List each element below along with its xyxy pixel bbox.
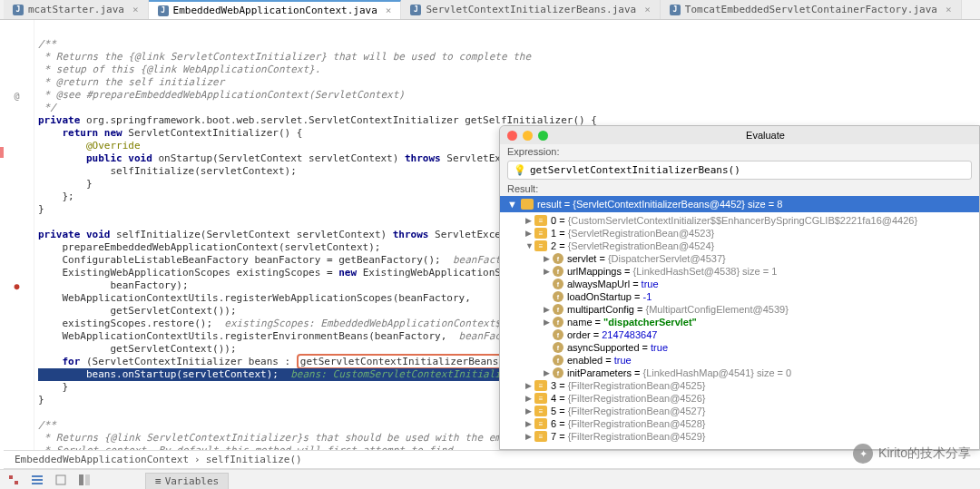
tab-2[interactable]: JServletContextInitializerBeans.java× <box>401 0 660 19</box>
comment: /** <box>38 38 56 50</box>
dialog-title: Evaluate <box>559 130 972 141</box>
field-icon: f <box>553 355 564 366</box>
bulb-icon[interactable]: 💡 <box>514 164 526 176</box>
index-icon: ≡ <box>534 240 547 251</box>
index-icon: ≡ <box>534 215 547 226</box>
java-icon: J <box>158 5 169 16</box>
index-icon: ≡ <box>534 393 547 404</box>
java-icon: J <box>670 5 681 15</box>
editor-tabs: JmcatStarter.java× JEmbeddedWebApplicati… <box>0 0 980 20</box>
expand-arrow-icon[interactable]: ▶ <box>525 394 534 403</box>
tree-row[interactable]: ▶fmultipartConfig = {MultipartConfigElem… <box>500 303 979 316</box>
tree-row[interactable]: ▶≡4 = {FilterRegistrationBean@4526} <box>500 392 979 405</box>
comment: */ <box>38 102 56 113</box>
evaluate-dialog[interactable]: Evaluate Expression: 💡 getServletContext… <box>499 125 980 450</box>
java-icon: J <box>13 5 24 15</box>
tree-row[interactable]: ▶finitParameters = {LinkedHashMap@4541} … <box>500 367 979 379</box>
tree-row[interactable]: ▶≡7 = {FilterRegistrationBean@4529} <box>500 430 979 443</box>
svg-rect-0 <box>56 475 65 484</box>
close-icon[interactable]: × <box>132 4 139 15</box>
comment: * @return the self initializer <box>38 76 224 88</box>
expression-label: Expression: <box>500 144 979 159</box>
tree-row[interactable]: falwaysMapUrl = true <box>500 278 979 290</box>
dialog-titlebar[interactable]: Evaluate <box>500 126 979 144</box>
java-icon: J <box>410 5 421 15</box>
field-icon: f <box>553 279 564 289</box>
zoom-window-icon[interactable] <box>538 131 548 141</box>
expand-arrow-icon[interactable]: ▶ <box>544 267 553 276</box>
gutter: @ ● <box>0 20 34 451</box>
tree-row[interactable]: ▶≡5 = {FilterRegistrationBean@4527} <box>500 405 979 417</box>
stack-icon[interactable] <box>31 474 44 486</box>
comment: * setup of this {@link WebApplicationCon… <box>38 64 320 75</box>
tree-row[interactable]: floadOnStartup = -1 <box>500 290 979 303</box>
highlighted-call[interactable]: getServletContextInitializerBeans() <box>297 354 514 369</box>
breadcrumb[interactable]: EmbeddedWebApplicationContext › selfInit… <box>4 450 980 469</box>
expand-arrow-icon[interactable]: ▶ <box>544 318 553 327</box>
expand-arrow-icon[interactable]: ▶ <box>525 381 534 390</box>
svg-rect-1 <box>79 474 83 485</box>
tree-row[interactable]: fasyncSupported = true <box>500 341 979 354</box>
tree-row[interactable]: ▶≡0 = {CustomServletContextInitializer$$… <box>500 214 979 227</box>
expand-arrow-icon[interactable]: ▶ <box>525 229 534 238</box>
field-icon: f <box>553 253 564 264</box>
tab-1[interactable]: JEmbeddedWebApplicationContext.java× <box>149 0 402 19</box>
svg-rect-2 <box>85 474 90 485</box>
restart-frame-icon[interactable] <box>7 474 20 486</box>
comment: * Returns the {@link ServletContextIniti… <box>38 51 531 63</box>
expand-arrow-icon[interactable]: ▶ <box>525 419 534 428</box>
expand-arrow-icon[interactable]: ▶ <box>525 406 534 416</box>
close-icon[interactable]: × <box>644 4 651 15</box>
variables-tab[interactable]: ≡ Variables <box>145 473 229 489</box>
breadcrumb-method[interactable]: selfInitialize() <box>206 454 302 465</box>
result-icon <box>521 199 534 210</box>
expand-arrow-icon[interactable]: ▶ <box>544 305 553 314</box>
tree-row[interactable]: ▶furlMappings = {LinkedHashSet@4538} siz… <box>500 265 979 278</box>
layout-icon[interactable] <box>78 474 91 486</box>
expand-arrow-icon[interactable]: ▶ <box>525 432 534 441</box>
tree-row[interactable]: ▼≡2 = {ServletRegistrationBean@4524} <box>500 240 979 252</box>
index-icon: ≡ <box>534 431 547 442</box>
wechat-icon: ✦ <box>853 444 873 464</box>
field-icon: f <box>553 266 564 277</box>
field-icon: f <box>553 329 564 340</box>
arrow-down-icon[interactable]: ▼ <box>507 199 517 210</box>
field-icon: f <box>553 304 564 315</box>
tree-row[interactable]: ▶≡3 = {FilterRegistrationBean@4525} <box>500 379 979 392</box>
result-tree[interactable]: ▶≡0 = {CustomServletContextInitializer$$… <box>500 212 979 449</box>
tab-0[interactable]: JmcatStarter.java× <box>4 0 149 19</box>
minimize-window-icon[interactable] <box>523 131 533 141</box>
expand-arrow-icon[interactable]: ▶ <box>544 254 553 263</box>
window-controls <box>507 131 548 141</box>
close-window-icon[interactable] <box>507 131 517 141</box>
field-icon: f <box>553 367 564 378</box>
error-stripe <box>0 147 4 158</box>
expand-arrow-icon[interactable]: ▶ <box>525 216 534 225</box>
tab-3[interactable]: JTomcatEmbeddedServletContainerFactory.j… <box>661 0 962 19</box>
variables-icon: ≡ <box>155 475 162 487</box>
expand-arrow-icon[interactable]: ▶ <box>544 368 553 377</box>
watermark: ✦ Kirito的技术分享 <box>853 444 971 464</box>
field-icon: f <box>553 317 564 328</box>
result-label: Result: <box>500 181 979 196</box>
result-header[interactable]: ▼ result = {ServletContextInitializerBea… <box>500 196 979 212</box>
frames-icon[interactable] <box>54 474 67 486</box>
close-icon[interactable]: × <box>946 4 952 15</box>
tree-row[interactable]: ▶fname = "dispatcherServlet" <box>500 316 979 328</box>
field-icon: f <box>553 342 564 353</box>
expand-arrow-icon[interactable]: ▼ <box>525 241 534 250</box>
index-icon: ≡ <box>534 418 547 429</box>
tree-row[interactable]: ▶≡1 = {ServletRegistrationBean@4523} <box>500 227 979 240</box>
field-icon: f <box>553 291 564 302</box>
tree-row[interactable]: ▶≡6 = {FilterRegistrationBean@4528} <box>500 417 979 430</box>
breadcrumb-class[interactable]: EmbeddedWebApplicationContext <box>15 454 189 465</box>
comment: * @see #prepareEmbeddedWebApplicationCon… <box>38 89 405 101</box>
execution-point: beans.onStartup(servletContext); beans: … <box>38 368 531 381</box>
index-icon: ≡ <box>534 406 547 416</box>
expression-input[interactable]: 💡 getServletContextInitializerBeans() <box>507 161 972 180</box>
tree-row[interactable]: forder = 2147483647 <box>500 328 979 341</box>
close-icon[interactable]: × <box>386 5 392 16</box>
tree-row[interactable]: fenabled = true <box>500 354 979 367</box>
tree-row[interactable]: ▶fservlet = {DispatcherServlet@4537} <box>500 252 979 265</box>
index-icon: ≡ <box>534 228 547 239</box>
